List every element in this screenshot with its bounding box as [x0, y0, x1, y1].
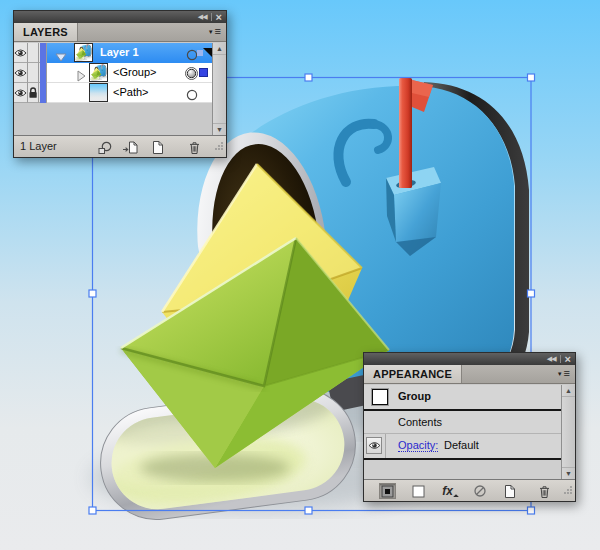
layer-row-layer1[interactable]: Layer 1 — [14, 43, 212, 63]
layer-name[interactable]: <Group> — [113, 66, 156, 78]
add-new-fill-button[interactable] — [410, 483, 427, 499]
selection-handle[interactable] — [528, 74, 535, 81]
scroll-up-button[interactable]: ▲ — [562, 385, 575, 397]
selection-indicator[interactable] — [199, 68, 208, 77]
panel-tabbar: LAYERS ▼ ≡ — [14, 23, 226, 42]
panel-menu-button[interactable]: ▼ ≡ — [557, 368, 570, 379]
panel-resize-grip[interactable] — [214, 137, 224, 155]
selection-handle[interactable] — [305, 507, 312, 514]
layer-count: 1 Layer — [20, 140, 57, 152]
trash-icon — [188, 141, 201, 154]
opacity-link[interactable]: Opacity: — [398, 439, 438, 452]
add-new-effect-button[interactable]: fx — [439, 483, 456, 499]
fx-icon: fx — [442, 484, 453, 498]
clear-appearance-icon — [474, 485, 486, 497]
panel-tabbar: APPEARANCE ▼ ≡ — [364, 365, 575, 384]
close-panel-icon[interactable]: × — [216, 12, 222, 22]
menu-arrow-icon: ▼ — [557, 371, 563, 377]
panel-resize-grip[interactable] — [563, 481, 573, 499]
target-circle-appearance[interactable] — [185, 66, 198, 84]
appearance-list: Group Contents Opacity: Default ▲ ▼ — [364, 385, 575, 479]
layers-statusbar: 1 Layer — [14, 135, 226, 157]
layer-name[interactable]: Layer 1 — [100, 46, 139, 58]
layer-row-group[interactable]: <Group> — [14, 63, 212, 83]
eye-icon — [14, 68, 27, 78]
delete-item-button[interactable] — [536, 483, 553, 499]
selection-handle[interactable] — [528, 290, 535, 297]
visibility-toggle[interactable] — [14, 63, 28, 83]
layers-list: Layer 1 — [14, 43, 226, 135]
appearance-panel: ◀◀ × APPEARANCE ▼ ≡ Group Contents — [363, 352, 576, 502]
eye-icon — [14, 48, 27, 58]
eye-icon — [14, 88, 27, 98]
eye-icon — [368, 441, 381, 450]
new-layer-button[interactable] — [149, 139, 166, 155]
panel-titlebar[interactable]: ◀◀ × — [14, 11, 226, 23]
layer-thumbnail[interactable] — [89, 63, 108, 82]
layers-panel: ◀◀ × LAYERS ▼ ≡ — [13, 10, 227, 158]
appearance-statusbar: fx — [364, 479, 575, 501]
layer-name[interactable]: <Path> — [113, 86, 148, 98]
lock-toggle[interactable] — [28, 83, 39, 103]
layer-thumbnail[interactable] — [89, 83, 108, 102]
scrollbar[interactable]: ▲ ▼ — [212, 43, 226, 135]
duplicate-icon — [504, 485, 516, 498]
selection-handle[interactable] — [89, 507, 96, 514]
layer-color-bar — [39, 43, 47, 63]
tab-layers[interactable]: LAYERS — [14, 23, 78, 41]
selection-indicator[interactable] — [197, 50, 203, 56]
close-panel-icon[interactable]: × — [565, 354, 571, 364]
appearance-item-label: Contents — [398, 416, 442, 428]
menu-arrow-icon: ▼ — [208, 29, 214, 35]
panel-menu-button[interactable]: ▼ ≡ — [208, 26, 221, 37]
selection-handle[interactable] — [89, 290, 96, 297]
clear-appearance-button[interactable] — [471, 483, 488, 499]
stroke-box-icon — [381, 485, 394, 498]
add-new-stroke-button[interactable] — [379, 483, 396, 499]
new-sublayer-icon — [123, 141, 138, 154]
selection-handle[interactable] — [528, 507, 535, 514]
selection-handle[interactable] — [305, 74, 312, 81]
appearance-row-opacity[interactable]: Opacity: Default — [364, 434, 561, 458]
layer-color-bar — [39, 63, 47, 83]
lock-icon — [28, 86, 38, 99]
titlebar-divider — [211, 13, 212, 21]
panel-titlebar[interactable]: ◀◀ × — [364, 353, 575, 365]
visibility-toggle[interactable] — [14, 83, 28, 103]
new-layer-icon — [152, 141, 164, 154]
active-layer-corner — [203, 43, 212, 61]
row-separator — [364, 458, 561, 460]
appearance-row-contents[interactable]: Contents — [364, 411, 561, 433]
menu-lines-icon: ≡ — [215, 26, 221, 37]
menu-lines-icon: ≡ — [564, 368, 570, 379]
layer-row-path[interactable]: <Path> — [14, 83, 212, 103]
lock-toggle[interactable] — [28, 43, 39, 63]
clipping-mask-icon — [98, 141, 112, 154]
opacity-value: Default — [444, 439, 479, 451]
layer-thumbnail[interactable] — [74, 43, 93, 62]
appearance-item-label: Group — [398, 390, 431, 402]
collapse-panel-icon[interactable]: ◀◀ — [547, 354, 556, 364]
tab-appearance[interactable]: APPEARANCE — [364, 365, 462, 383]
new-sublayer-button[interactable] — [122, 139, 139, 155]
titlebar-divider — [560, 355, 561, 363]
visibility-toggle[interactable] — [366, 437, 382, 454]
appearance-row-group[interactable]: Group — [364, 385, 561, 409]
scrollbar[interactable]: ▲ ▼ — [561, 385, 575, 479]
visibility-toggle[interactable] — [14, 43, 28, 63]
trash-icon — [538, 485, 551, 498]
delete-layer-button[interactable] — [186, 139, 203, 155]
fill-box-icon — [412, 485, 425, 498]
scroll-up-button[interactable]: ▲ — [213, 43, 226, 55]
lock-toggle[interactable] — [28, 63, 39, 83]
illustrator-workspace: ◀◀ × LAYERS ▼ ≡ — [0, 0, 600, 550]
cell-divider — [385, 434, 386, 458]
fill-swatch — [372, 389, 388, 405]
make-clipping-mask-button[interactable] — [96, 139, 113, 155]
duplicate-item-button[interactable] — [501, 483, 518, 499]
scroll-down-button[interactable]: ▼ — [213, 123, 226, 135]
target-circle[interactable] — [186, 87, 198, 105]
layer-color-bar — [39, 83, 47, 103]
collapse-panel-icon[interactable]: ◀◀ — [198, 12, 207, 22]
scroll-down-button[interactable]: ▼ — [562, 467, 575, 479]
